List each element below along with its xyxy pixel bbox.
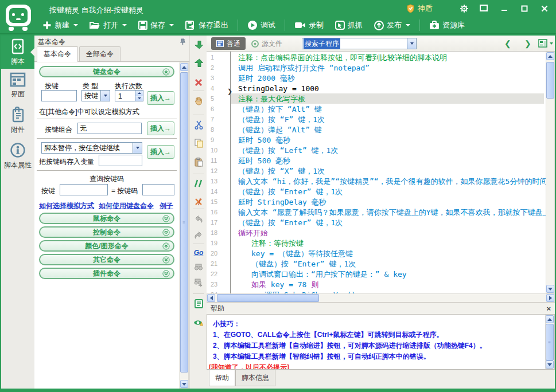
insert-pause-button[interactable]: 插入→ xyxy=(147,145,174,159)
comment-icon[interactable] xyxy=(190,178,207,189)
view-tab-source[interactable]: 源文件 xyxy=(251,39,282,49)
code-line[interactable]: 延时 500 毫秒 xyxy=(238,135,290,146)
close-button[interactable] xyxy=(539,3,550,14)
pin-icon[interactable] xyxy=(180,38,186,45)
expand-icon[interactable] xyxy=(162,242,170,250)
step-up-icon[interactable] xyxy=(135,91,143,96)
section-header-collapsed[interactable]: 控制命令 xyxy=(39,226,174,238)
chevron-down-icon[interactable] xyxy=(73,24,78,26)
sidebar-item-script-props[interactable]: 脚本属性 xyxy=(1,140,34,172)
editor-vscrollbar-thumb[interactable] xyxy=(546,62,554,99)
tray-window-icon[interactable] xyxy=(479,3,490,14)
code-line[interactable]: （键盘）按 “Left” 键，1次 xyxy=(238,146,338,156)
move-up-icon[interactable] xyxy=(190,57,207,69)
scroll-up-icon[interactable] xyxy=(180,63,188,71)
code-line[interactable]: （键盘）按 “Enter” 键，1次 xyxy=(238,218,343,228)
scroll-up-icon[interactable] xyxy=(546,52,554,60)
code-line[interactable]: 调用 启动程序或打开文件 “notepad” xyxy=(238,63,370,73)
code-line[interactable]: 延时 StringDelay 毫秒 xyxy=(238,197,326,207)
chevron-down-icon[interactable] xyxy=(122,24,127,26)
settings-gear-icon[interactable] xyxy=(458,3,470,14)
maximize-button[interactable] xyxy=(519,3,530,14)
command-tab-all[interactable]: 全部命令 xyxy=(79,46,120,61)
insert-combo-button[interactable]: 插入→ xyxy=(147,121,174,135)
section-header-collapsed[interactable]: 其它命令 xyxy=(39,254,174,265)
section-header-collapsed[interactable]: 插件命令 xyxy=(39,268,174,279)
sidebar-item-attachment[interactable]: 附件 xyxy=(1,105,34,135)
expand-icon[interactable] xyxy=(162,215,170,222)
key-input[interactable] xyxy=(41,90,77,101)
section-header-collapsed[interactable]: 鼠标命令 xyxy=(39,213,174,224)
expand-icon[interactable] xyxy=(162,256,170,264)
step-down-icon[interactable] xyxy=(135,96,143,101)
sidebar-item-script[interactable]: 脚本 xyxy=(1,36,34,69)
debug-button[interactable]: 调试 xyxy=(243,18,280,32)
resource-button[interactable]: 资源库 xyxy=(425,18,469,32)
code-line[interactable]: 延时 2000 毫秒 xyxy=(238,73,295,84)
save-exit-button[interactable]: 保存退出 xyxy=(181,18,233,32)
command-tab-basic[interactable]: 基本命令 xyxy=(37,46,78,62)
pause-mode-select[interactable]: 脚本暂停，按任意键继续 xyxy=(41,142,142,154)
code-line[interactable]: （键盘）按 “Enter” 键，1次 xyxy=(251,259,356,269)
scroll-left-icon[interactable] xyxy=(207,294,215,302)
scroll-down-icon[interactable] xyxy=(546,285,554,293)
find-icon[interactable] xyxy=(190,261,207,273)
help-scrollbar-thumb[interactable]: ≡ xyxy=(546,324,554,360)
paste-icon[interactable] xyxy=(190,156,207,168)
drag-hand-icon[interactable] xyxy=(190,95,207,107)
scroll-down-icon[interactable] xyxy=(546,360,554,369)
scroll-down-icon[interactable] xyxy=(180,380,188,388)
code-line[interactable]: 延时 500 毫秒 xyxy=(238,156,290,166)
help-link[interactable]: 如何选择模拟方式 xyxy=(39,201,94,211)
key-combo-input[interactable] xyxy=(77,123,142,134)
key-type-select[interactable]: 按键 xyxy=(81,90,110,101)
scroll-up-icon[interactable] xyxy=(546,315,554,323)
expand-icon[interactable] xyxy=(162,229,170,236)
code-line[interactable]: （键盘）按 “Enter” 键，1次 xyxy=(238,187,343,197)
panel-scrollbar[interactable]: ≡ xyxy=(180,62,189,389)
find-next-icon[interactable] xyxy=(190,277,207,288)
new-button[interactable]: 新建 xyxy=(38,18,83,32)
code-line[interactable]: 循环开始 xyxy=(238,228,268,238)
editor-vscrollbar[interactable] xyxy=(546,52,555,293)
help-link[interactable]: 如何使用键盘命令 xyxy=(99,201,154,211)
undo-icon[interactable] xyxy=(190,213,207,225)
bottom-tab-help[interactable]: 帮助 xyxy=(209,370,235,386)
record-button[interactable]: 录制 xyxy=(290,18,328,32)
close-icon[interactable]: × xyxy=(546,304,551,313)
editor-hscrollbar-thumb[interactable] xyxy=(217,294,319,302)
code-line[interactable]: 注释：等待按键 xyxy=(251,238,304,249)
redo-icon[interactable] xyxy=(190,229,207,241)
code-line[interactable]: 注释：最大化写字板 xyxy=(238,94,305,104)
store-keycode-input[interactable] xyxy=(99,155,142,166)
chevron-down-icon[interactable] xyxy=(407,38,416,49)
publish-button[interactable]: 发布 xyxy=(370,18,415,32)
scroll-right-icon[interactable] xyxy=(546,294,554,302)
uncomment-icon[interactable] xyxy=(190,196,207,207)
section-header-collapsed[interactable]: 颜色/图形命令 xyxy=(39,240,174,252)
code-line[interactable]: （键盘）按 “F” 键，1次 xyxy=(238,115,325,125)
help-dismiss-link[interactable]: [我知道了，以后不必提示] xyxy=(209,363,289,370)
goto-icon[interactable]: Go xyxy=(190,247,207,258)
chevron-down-icon[interactable] xyxy=(133,143,142,153)
query-key-input[interactable] xyxy=(60,184,108,195)
code-line[interactable]: 向调试窗口输出：“用户按下的键是：” & key xyxy=(251,269,407,280)
open-button[interactable]: 打开 xyxy=(85,18,131,32)
code-line[interactable]: 如果 key = 78 则 xyxy=(251,280,318,290)
save-button[interactable]: 保存 xyxy=(134,18,178,32)
code-line[interactable]: （键盘）按 “X” 键，1次 xyxy=(238,166,325,177)
move-down-icon[interactable] xyxy=(190,39,207,50)
capture-button[interactable]: 抓抓 xyxy=(331,18,367,32)
prev-arrow-icon[interactable]: ❮ xyxy=(504,39,511,48)
editor-hscrollbar[interactable] xyxy=(207,293,555,303)
layout-grid-icon[interactable] xyxy=(538,39,553,48)
code-line[interactable]: （键盘）按下 “Alt” 键 xyxy=(238,104,322,115)
chevron-down-icon[interactable] xyxy=(100,91,110,101)
help-link[interactable]: 例子 xyxy=(160,201,173,211)
delete-icon[interactable] xyxy=(190,77,207,88)
code-line[interactable]: key = （键盘）等待按任意键 xyxy=(251,249,353,259)
query-code-input[interactable] xyxy=(142,184,174,195)
count-stepper[interactable]: 1 xyxy=(115,90,143,101)
bottom-tab-script-info[interactable]: 脚本信息 xyxy=(235,370,275,386)
panel-scrollbar-thumb[interactable]: ≡ xyxy=(180,72,188,373)
